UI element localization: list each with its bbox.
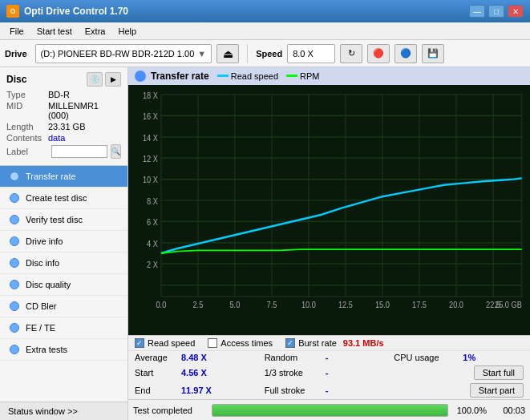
drive-value: (D:) PIONEER BD-RW BDR-212D 1.00 xyxy=(41,49,195,59)
svg-text:14 X: 14 X xyxy=(143,133,158,143)
svg-text:17.5: 17.5 xyxy=(412,301,427,310)
burst-value: 93.1 MB/s xyxy=(343,338,384,348)
cb-label-burst-rate: Burst rate xyxy=(298,338,337,348)
nav-item-create-test-disc[interactable]: Create test disc xyxy=(0,188,127,209)
content-area: Transfer rate Read speed RPM xyxy=(128,67,530,420)
speed-refresh-button[interactable]: ↻ xyxy=(340,44,362,63)
svg-text:5.0: 5.0 xyxy=(230,301,241,310)
cb-label-access-times: Access times xyxy=(220,338,273,348)
svg-text:25.0 GB: 25.0 GB xyxy=(495,301,522,310)
mid-value: MILLENMR1 (000) xyxy=(48,101,121,120)
cpu-label: CPU usage xyxy=(394,353,458,362)
stroke1-value: - xyxy=(326,368,342,378)
progress-outer xyxy=(212,404,448,417)
start-full-button[interactable]: Start full xyxy=(474,365,524,380)
checkbox-burst-rate[interactable]: ✓ xyxy=(285,338,295,348)
type-label: Type xyxy=(6,90,48,99)
random-label: Random xyxy=(265,353,321,362)
progress-pct: 100.0% xyxy=(455,406,487,415)
time-text: 00:03 xyxy=(493,406,525,415)
save-button[interactable]: 💾 xyxy=(422,44,444,63)
checkboxes-row: ✓ Read speed Access times ✓ Burst rate 9… xyxy=(128,336,530,351)
nav-item-transfer-rate[interactable]: Transfer rate xyxy=(0,166,127,188)
svg-text:16 X: 16 X xyxy=(143,112,158,122)
length-value: 23.31 GB xyxy=(48,122,85,131)
title-bar: O Opti Drive Control 1.70 — □ ✕ xyxy=(0,0,530,22)
svg-rect-2 xyxy=(128,85,530,335)
random-value: - xyxy=(326,353,342,362)
label-input[interactable] xyxy=(51,145,107,158)
toolbar: Drive (D:) PIONEER BD-RW BDR-212D 1.00 ▼… xyxy=(0,40,530,67)
chart-title: Transfer rate xyxy=(151,71,209,82)
mid-label: MID xyxy=(6,101,48,111)
svg-text:18 X: 18 X xyxy=(143,91,158,100)
toolbar-btn-2[interactable]: 🔴 xyxy=(367,44,390,63)
stats-row-3: End 11.97 X Full stroke - Start part xyxy=(128,382,530,399)
disc-title: Disc xyxy=(6,74,26,85)
disc-icon-1[interactable]: 💿 xyxy=(87,72,103,87)
menu-help[interactable]: Help xyxy=(111,25,143,38)
app-title: Opti Drive Control 1.70 xyxy=(24,6,128,17)
disc-panel: Disc 💿 ▶ Type BD-R MID MILLENMR1 (000) L… xyxy=(0,67,127,166)
menu-extra[interactable]: Extra xyxy=(79,25,112,38)
legend-rpm: RPM xyxy=(300,71,319,81)
status-text: Test completed xyxy=(133,406,205,415)
nav-item-cd-bler[interactable]: CD Bler xyxy=(0,296,127,317)
svg-text:12.5: 12.5 xyxy=(338,301,353,310)
chart-container: 18 X 16 X 14 X 12 X 10 X 8 X 6 X 4 X 2 X… xyxy=(128,85,530,335)
nav-item-extra-tests[interactable]: Extra tests xyxy=(0,339,127,361)
toolbar-btn-3[interactable]: 🔵 xyxy=(394,44,417,63)
menu-start-test[interactable]: Start test xyxy=(30,25,79,38)
length-label: Length xyxy=(6,122,48,131)
checkbox-access-times[interactable] xyxy=(208,338,217,348)
progress-inner xyxy=(212,405,447,416)
svg-text:2.5: 2.5 xyxy=(193,301,204,310)
drive-dropdown-arrow: ▼ xyxy=(197,49,206,59)
svg-text:2 X: 2 X xyxy=(147,260,158,269)
menu-file[interactable]: File xyxy=(3,25,30,38)
drive-select[interactable]: (D:) PIONEER BD-RW BDR-212D 1.00 ▼ xyxy=(35,44,212,63)
speed-label: Speed xyxy=(256,49,282,59)
chart-svg: 18 X 16 X 14 X 12 X 10 X 8 X 6 X 4 X 2 X… xyxy=(128,85,530,335)
start-part-button[interactable]: Start part xyxy=(470,383,524,398)
stroke1-label: 1/3 stroke xyxy=(265,368,321,378)
cpu-value: 1% xyxy=(463,353,475,362)
svg-text:4 X: 4 X xyxy=(147,239,158,248)
end-value: 11.97 X xyxy=(181,386,217,395)
chart-title-icon xyxy=(135,71,146,82)
svg-text:0.0: 0.0 xyxy=(156,301,167,310)
minimize-button[interactable]: — xyxy=(469,5,485,18)
svg-text:8 X: 8 X xyxy=(147,196,158,206)
avg-value: 8.48 X xyxy=(181,353,217,362)
nav-item-fe-te[interactable]: FE / TE xyxy=(0,317,127,339)
nav-item-disc-info[interactable]: Disc info xyxy=(0,252,127,274)
status-window-button[interactable]: Status window >> xyxy=(0,402,127,420)
contents-value[interactable]: data xyxy=(48,133,65,143)
end-label: End xyxy=(135,386,176,395)
svg-text:6 X: 6 X xyxy=(147,218,158,228)
label-label: Label xyxy=(6,147,48,156)
type-value: BD-R xyxy=(48,90,70,99)
legend-read-speed: Read speed xyxy=(231,71,278,81)
start-value: 4.56 X xyxy=(181,368,217,378)
svg-text:12 X: 12 X xyxy=(143,154,158,164)
eject-button[interactable]: ⏏ xyxy=(216,44,239,63)
avg-label: Average xyxy=(135,353,176,362)
svg-text:20.0: 20.0 xyxy=(449,301,463,310)
maximize-button[interactable]: □ xyxy=(488,5,504,18)
cb-label-read-speed: Read speed xyxy=(148,338,195,348)
menu-bar: File Start test Extra Help xyxy=(0,22,530,40)
checkbox-read-speed[interactable]: ✓ xyxy=(135,338,144,348)
speed-select[interactable]: 8.0 X xyxy=(287,44,335,63)
drive-label: Drive xyxy=(5,49,27,59)
nav-item-disc-quality[interactable]: Disc quality xyxy=(0,274,127,296)
close-button[interactable]: ✕ xyxy=(508,5,524,18)
nav-item-verify-test-disc[interactable]: Verify test disc xyxy=(0,209,127,231)
progress-bar-container: Test completed 100.0% 00:03 xyxy=(128,399,530,420)
svg-rect-1 xyxy=(286,75,297,77)
toolbar-separator xyxy=(247,44,248,63)
disc-icon-2[interactable]: ▶ xyxy=(105,72,121,87)
label-search-button[interactable]: 🔍 xyxy=(111,144,121,159)
nav-item-drive-info[interactable]: Drive info xyxy=(0,231,127,252)
chart-header: Transfer rate Read speed RPM xyxy=(128,67,530,85)
